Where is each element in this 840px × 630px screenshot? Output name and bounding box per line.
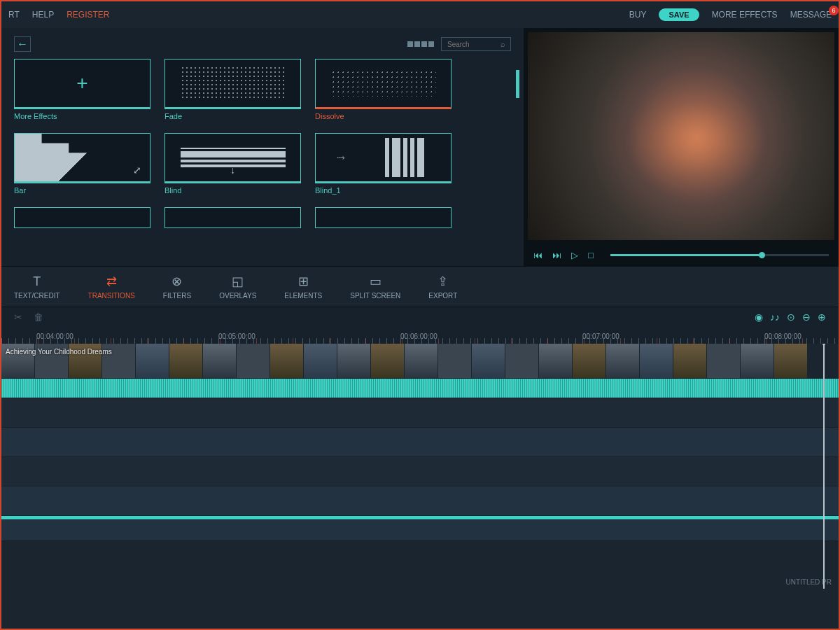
text-icon: T bbox=[33, 274, 41, 289]
fade-pattern-icon bbox=[181, 66, 286, 101]
clip-thumb[interactable] bbox=[270, 344, 304, 378]
clip-thumb[interactable] bbox=[371, 344, 405, 378]
search-input[interactable] bbox=[447, 41, 496, 48]
tab-filters[interactable]: ⊗ FILTERS bbox=[163, 274, 191, 300]
category-tabbar: T TEXT/CREDIT ⇄ TRANSITIONS ⊗ FILTERS ◱ … bbox=[1, 266, 839, 307]
clip-thumb[interactable] bbox=[707, 344, 741, 378]
effect-browser: ← ⌕ + More Effects Fade bbox=[1, 28, 524, 266]
record-button[interactable]: ⊙ bbox=[787, 312, 795, 323]
clip-title: Achieving Your Childhood Dreams bbox=[6, 348, 112, 356]
clip-thumb[interactable] bbox=[405, 344, 438, 378]
arrow-down-icon: ↓ bbox=[230, 164, 235, 176]
menu-register[interactable]: REGISTER bbox=[66, 10, 109, 20]
overlays-icon: ◱ bbox=[232, 274, 244, 289]
cut-tool[interactable]: ✂ bbox=[14, 312, 22, 323]
empty-track[interactable] bbox=[1, 428, 839, 457]
clip-thumb[interactable] bbox=[304, 344, 337, 378]
clip-thumb[interactable] bbox=[539, 344, 573, 378]
delete-tool[interactable]: 🗑 bbox=[34, 312, 43, 323]
clip-thumb[interactable] bbox=[606, 344, 640, 378]
tab-overlays[interactable]: ◱ OVERLAYS bbox=[219, 274, 256, 300]
message-button[interactable]: MESSAGE 6 bbox=[790, 10, 832, 20]
more-effects-button[interactable]: MORE EFFECTS bbox=[712, 10, 778, 20]
empty-track[interactable] bbox=[1, 398, 839, 428]
arrow-right-icon: ⤑ bbox=[337, 152, 345, 163]
tab-split-screen[interactable]: ▭ SPLIT SCREEN bbox=[350, 274, 400, 300]
arrow-left-icon: ← bbox=[17, 38, 28, 50]
clip-thumb[interactable] bbox=[136, 344, 169, 378]
top-menu-bar: RT HELP REGISTER BUY SAVE MORE EFFECTS M… bbox=[1, 1, 839, 28]
elements-icon: ⊞ bbox=[298, 274, 309, 289]
back-button[interactable]: ← bbox=[14, 36, 31, 52]
timeline-ruler[interactable]: 00:04:00:00 00:05:00:00 00:06:00:00 00:0… bbox=[1, 327, 839, 344]
export-icon: ⇪ bbox=[438, 274, 448, 289]
audio-track[interactable] bbox=[1, 379, 839, 398]
clip-thumb[interactable] bbox=[573, 344, 606, 378]
playhead[interactable] bbox=[823, 344, 825, 589]
transition-fade[interactable]: Fade bbox=[164, 59, 301, 120]
search-box[interactable]: ⌕ bbox=[441, 37, 511, 51]
blind1-pattern-icon bbox=[385, 138, 424, 177]
dissolve-pattern-icon bbox=[331, 70, 436, 97]
menu-help[interactable]: HELP bbox=[32, 10, 54, 20]
transition-more-effects[interactable]: + More Effects bbox=[14, 59, 150, 120]
clip-thumb[interactable] bbox=[237, 344, 270, 378]
preview-panel: ⏮ ⏭ ▷ □ bbox=[524, 28, 839, 266]
plus-icon: + bbox=[76, 72, 88, 94]
audio-button[interactable]: ♪♪ bbox=[770, 312, 780, 323]
clip-thumb[interactable] bbox=[741, 344, 774, 378]
splitscreen-icon: ▭ bbox=[370, 274, 382, 289]
search-icon: ⌕ bbox=[500, 40, 505, 48]
clip-thumb[interactable] bbox=[640, 344, 673, 378]
clip-thumb[interactable] bbox=[438, 344, 472, 378]
clip-thumb[interactable] bbox=[673, 344, 707, 378]
project-name: UNTITLED PR bbox=[785, 578, 832, 586]
transitions-icon: ⇄ bbox=[106, 274, 117, 289]
empty-track[interactable] bbox=[1, 486, 839, 516]
clip-thumb[interactable] bbox=[472, 344, 505, 378]
clip-thumb[interactable] bbox=[774, 344, 808, 378]
arrow-diag-icon: ⤢ bbox=[133, 164, 141, 176]
clip-thumb[interactable] bbox=[337, 344, 371, 378]
prev-frame-button[interactable]: ⏮ bbox=[533, 250, 542, 260]
zoom-out-button[interactable]: ⊖ bbox=[802, 312, 811, 323]
save-button[interactable]: SAVE bbox=[659, 8, 699, 21]
transition-bar[interactable]: ⤢ Bar bbox=[14, 133, 150, 195]
next-frame-button[interactable]: ⏭ bbox=[552, 250, 561, 260]
scrollbar[interactable] bbox=[516, 70, 519, 98]
empty-track[interactable] bbox=[1, 457, 839, 486]
grid-view-toggle[interactable] bbox=[407, 41, 434, 47]
transition-item-extra[interactable] bbox=[164, 207, 301, 228]
tab-elements[interactable]: ⊞ ELEMENTS bbox=[284, 274, 322, 300]
filters-icon: ⊗ bbox=[172, 274, 182, 289]
transition-dissolve[interactable]: Dissolve bbox=[315, 59, 451, 120]
tab-export[interactable]: ⇪ EXPORT bbox=[428, 274, 457, 300]
empty-track[interactable] bbox=[1, 520, 839, 541]
render-button[interactable]: ◉ bbox=[755, 312, 763, 323]
tab-text-credit[interactable]: T TEXT/CREDIT bbox=[14, 274, 60, 300]
transition-item-extra[interactable] bbox=[14, 207, 150, 228]
clip-thumb[interactable] bbox=[169, 344, 203, 378]
progress-thumb[interactable] bbox=[759, 252, 765, 258]
tab-transitions[interactable]: ⇄ TRANSITIONS bbox=[88, 274, 135, 300]
timeline[interactable]: Achieving Your Childhood Dreams UNTITLED… bbox=[1, 344, 839, 589]
progress-bar[interactable] bbox=[610, 254, 829, 256]
play-button[interactable]: ▷ bbox=[571, 250, 578, 260]
buy-button[interactable]: BUY bbox=[629, 10, 647, 20]
zoom-in-button[interactable]: ⊕ bbox=[818, 312, 826, 323]
menu-rt[interactable]: RT bbox=[8, 10, 20, 20]
clip-thumb[interactable] bbox=[203, 344, 237, 378]
transition-item-extra[interactable] bbox=[315, 207, 451, 228]
transition-blind-1[interactable]: ⤑ Blind_1 bbox=[315, 133, 451, 195]
clip-thumb[interactable] bbox=[505, 344, 539, 378]
preview-video[interactable] bbox=[528, 32, 834, 240]
player-controls: ⏮ ⏭ ▷ □ bbox=[524, 244, 839, 266]
video-track[interactable]: Achieving Your Childhood Dreams bbox=[1, 344, 839, 379]
stop-button[interactable]: □ bbox=[588, 250, 594, 260]
bar-pattern-icon bbox=[15, 134, 150, 181]
transition-blind[interactable]: ↓ Blind bbox=[164, 133, 301, 195]
notification-badge: 6 bbox=[829, 6, 839, 15]
timeline-toolbar: ✂ 🗑 ◉ ♪♪ ⊙ ⊖ ⊕ bbox=[1, 307, 839, 327]
